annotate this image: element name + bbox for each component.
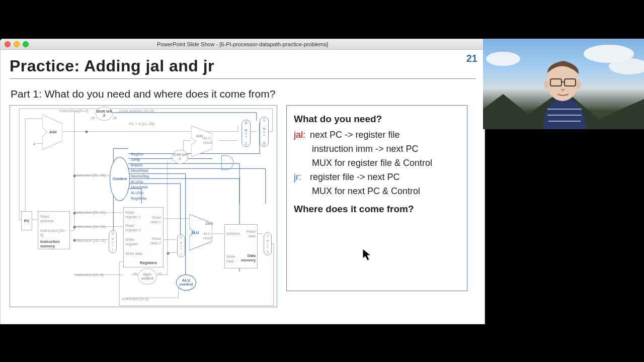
signal-regwrite: RegWrite bbox=[131, 196, 146, 201]
alu-control: ALU control bbox=[176, 275, 196, 291]
constant-4: 4 bbox=[33, 142, 35, 146]
notes-box: What do you need? jal: next PC -> regist… bbox=[286, 105, 467, 291]
mux-jump: 1Mux0 bbox=[260, 117, 269, 147]
add-alu-result: ALU result bbox=[203, 136, 216, 145]
signal-aluop: ALUOp bbox=[131, 179, 143, 184]
dot bbox=[73, 175, 76, 177]
maximize-icon[interactable] bbox=[23, 41, 29, 47]
close-icon[interactable] bbox=[5, 41, 11, 47]
datapath-diagram: PC Add 4 Instruction [25–0] Shift left 2… bbox=[10, 105, 277, 307]
jump-addr: Jump address [31–0] bbox=[119, 109, 154, 113]
dot bbox=[167, 252, 170, 255]
sign-extend: Sign-extend bbox=[138, 268, 157, 285]
jal-line-3: MUX for register file & Control bbox=[294, 156, 460, 170]
jr-line-1: register file -> next PC bbox=[310, 170, 400, 185]
instr-25-0: Instruction [25–0] bbox=[59, 109, 89, 113]
signal-memwrite: MemWrite bbox=[131, 185, 148, 190]
instr-mem-label: Instruction memory bbox=[40, 239, 68, 248]
svg-point-0 bbox=[486, 52, 520, 66]
alu-result: ALU result bbox=[203, 231, 215, 240]
mem-address: Address bbox=[226, 231, 240, 236]
mux-regdst: 0Mux1 bbox=[109, 230, 117, 253]
adder-2-label: Add bbox=[196, 134, 203, 138]
signal-branch: Branch bbox=[131, 163, 143, 167]
notes-heading-1: What do you need? bbox=[294, 112, 460, 126]
slide-subtitle: Part 1: What do you need and where does … bbox=[11, 88, 475, 100]
adder-1-label: Add bbox=[49, 130, 57, 134]
jr-line-2: MUX for next PC & Control bbox=[294, 185, 460, 199]
mux-branch: 0Mux1 bbox=[242, 120, 251, 147]
svg-point-7 bbox=[544, 81, 549, 89]
read-address: Read address bbox=[40, 214, 60, 223]
webcam-scene bbox=[483, 39, 644, 129]
slide-number: 21 bbox=[466, 53, 477, 64]
instr-15-0: Instruction [15–0] bbox=[74, 273, 104, 277]
shift-left-2-branch: Shift left 2 bbox=[172, 150, 188, 164]
signal-jump: Jump bbox=[131, 157, 140, 162]
window-titlebar[interactable]: PowerPoint Slide Show - [6-PI-processor-… bbox=[1, 39, 485, 50]
jal-line-2: instruction imm -> next PC bbox=[294, 142, 460, 156]
control-unit: Control bbox=[110, 157, 130, 201]
write-reg: Write register bbox=[125, 237, 144, 246]
mux-memtoreg: 1Mux0 bbox=[264, 232, 272, 255]
shift-left-2-top: Shift left 2 bbox=[96, 107, 113, 121]
width-32: 32 bbox=[158, 272, 162, 276]
instr-31-26: Instruction [31–26] bbox=[74, 173, 106, 177]
signal-regdst: RegDst bbox=[131, 152, 143, 156]
width-16: 16 bbox=[133, 272, 137, 276]
dot bbox=[86, 131, 88, 133]
mux-alusrc: 0Mux1 bbox=[177, 234, 185, 257]
svg-point-8 bbox=[576, 81, 581, 89]
read-data-2: Read data 2 bbox=[149, 236, 161, 245]
alu-zero: Zero bbox=[205, 221, 213, 226]
width-26: 26 bbox=[91, 116, 95, 120]
jal-line-1: next PC -> register file bbox=[310, 128, 400, 142]
mem-write-data: Write data bbox=[226, 254, 238, 263]
mem-read-data: Read data bbox=[245, 229, 256, 238]
dot bbox=[73, 212, 76, 215]
pc-block: PC bbox=[21, 211, 32, 230]
instr-31-0: Instruction [31–0] bbox=[40, 228, 66, 237]
data-memory-label: Data memory bbox=[238, 253, 256, 262]
title-divider bbox=[10, 78, 475, 79]
window-title: PowerPoint Slide Show - [6-PI-processor-… bbox=[1, 41, 485, 47]
signal-memtoreg: MemtoReg bbox=[131, 174, 149, 178]
notes-heading-2: Where does it come from? bbox=[294, 202, 460, 216]
dot bbox=[73, 239, 76, 242]
pc-plus-4-hi: PC + 4 [31–28] bbox=[129, 122, 154, 126]
write-data-reg: Write data bbox=[125, 251, 144, 256]
dot bbox=[73, 226, 76, 229]
instr-20-16: Instruction [20–16] bbox=[74, 224, 106, 229]
slide-title: Practice: Adding jal and jr bbox=[10, 57, 475, 75]
instr-15-11: Instruction [15–11] bbox=[74, 238, 106, 243]
instr-5-0: Instruction [5–0] bbox=[122, 297, 148, 301]
app-window: PowerPoint Slide Show - [6-PI-processor-… bbox=[0, 39, 485, 324]
slide-area: 21 Practice: Adding jal and jr Part 1: W… bbox=[1, 50, 485, 324]
minimize-icon[interactable] bbox=[14, 41, 20, 47]
read-reg-2: Read register 2 bbox=[125, 223, 144, 232]
webcam-overlay bbox=[483, 39, 644, 129]
registers-label: Registers bbox=[140, 260, 157, 265]
alu-label: ALU bbox=[191, 230, 199, 235]
jr-label: jr: bbox=[294, 170, 310, 185]
width-28: 28 bbox=[113, 116, 117, 120]
jal-label: jal: bbox=[294, 128, 310, 142]
instr-25-21: Instruction [25–21] bbox=[74, 210, 106, 215]
signal-alusrc: ALUSrc bbox=[131, 191, 144, 195]
signal-memread: MemRead bbox=[131, 168, 148, 173]
read-reg-1: Read register 1 bbox=[125, 210, 144, 219]
read-data-1: Read data 1 bbox=[149, 215, 161, 224]
